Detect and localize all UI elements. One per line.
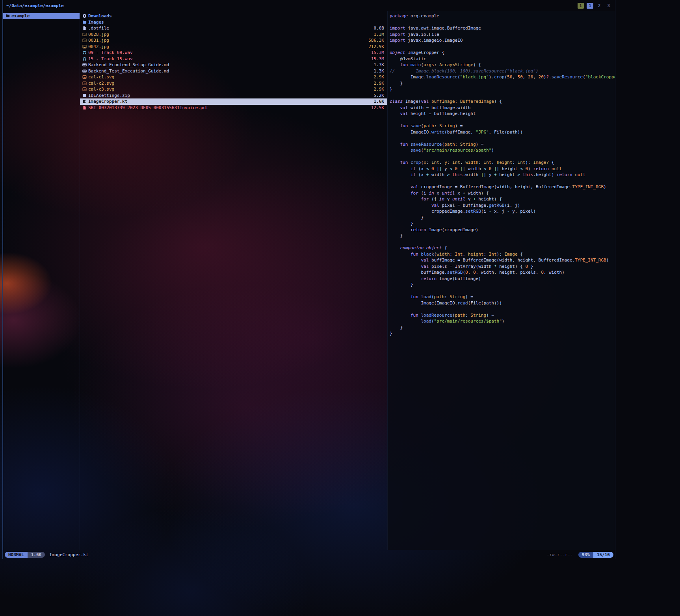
- file-row[interactable]: 0031.jpg586.3K: [80, 37, 387, 44]
- code-token: height: [468, 252, 484, 257]
- file-name: 09 - Track 09.wav: [88, 50, 371, 55]
- code-line: }: [390, 86, 615, 93]
- code-token: // Image.black(100, 100).saveResource("b…: [390, 69, 539, 74]
- file-row[interactable]: ImageCropper.kt1.6K: [80, 98, 387, 105]
- code-token: [408, 160, 411, 165]
- code-token: fun: [400, 123, 408, 128]
- tab-3[interactable]: 2: [596, 3, 603, 9]
- vector-icon: [82, 81, 88, 85]
- code-token: }: [390, 215, 424, 220]
- code-token: class: [390, 99, 403, 104]
- code-token: ,: [533, 74, 538, 80]
- code-token: [390, 276, 421, 281]
- code-token: [390, 166, 411, 171]
- file-row[interactable]: Images: [80, 19, 387, 26]
- code-token: y: [465, 197, 473, 202]
- file-row[interactable]: cal-c3.svg2.9K: [80, 86, 387, 93]
- file-row[interactable]: 0028.jpg1.3M: [80, 32, 387, 38]
- code-token: null: [552, 166, 562, 171]
- code-token: ||: [481, 172, 486, 177]
- code-token: [390, 184, 411, 189]
- code-token: <: [450, 166, 452, 171]
- code-token: main: [411, 62, 421, 67]
- code-token: Image(buffImage): [437, 276, 481, 281]
- code-token: }: [390, 87, 392, 92]
- file-row[interactable]: Backend_Frontend_Setup_Guide.md1.7K: [80, 62, 387, 68]
- file-row[interactable]: SBI_0032013739_2023_DE05_0003155631Invoi…: [80, 105, 387, 111]
- file-name: ImageCropper.kt: [88, 99, 374, 104]
- code-line: fun loadResource(path: String) =: [390, 312, 615, 319]
- code-token: [390, 294, 411, 299]
- code-line: fun main(args: Array<String>) {: [390, 62, 615, 68]
- code-token: }: [390, 331, 392, 336]
- code-token: :: [426, 160, 431, 165]
- code-token: "blackCropped.: [585, 74, 615, 80]
- audio-icon: [82, 57, 88, 61]
- code-token: :: [455, 142, 460, 147]
- code-token: :: [447, 160, 452, 165]
- code-token: Int: [455, 252, 463, 257]
- file-name: 0031.jpg: [88, 38, 368, 43]
- code-token: ):: [497, 252, 505, 257]
- code-token: ||: [494, 166, 499, 171]
- file-size: 1.3M: [374, 32, 385, 37]
- code-token: saveResource: [552, 74, 583, 80]
- code-token: return: [533, 166, 549, 171]
- file-row[interactable]: Backend_Test_Execution_Guide.md1.3K: [80, 68, 387, 74]
- code-line: val buffImage = BufferedImage(width, hei…: [390, 257, 615, 263]
- code-token: ||: [437, 166, 442, 171]
- code-line: Image(ImageIO.read(File(path))): [390, 300, 615, 306]
- code-token: ):: [526, 160, 533, 165]
- code-token: ,: [512, 74, 517, 80]
- scroll-percent-badge: 93%: [578, 552, 593, 558]
- tab-4[interactable]: 3: [605, 3, 612, 9]
- code-line: fun saveResource(path: String) =: [390, 141, 615, 148]
- code-token: [390, 197, 421, 202]
- tab-1[interactable]: 1: [578, 3, 584, 9]
- code-token: ): [502, 319, 505, 324]
- file-row[interactable]: 15 - Track 15.wav15.3M: [80, 56, 387, 62]
- file-row[interactable]: IDEAsettings.zip5.2K: [80, 93, 387, 99]
- file-name: .dotfile: [88, 26, 374, 31]
- tab-2[interactable]: 1: [587, 3, 593, 9]
- code-token: y: [444, 197, 452, 202]
- code-token: height: [499, 166, 520, 171]
- code-token: import: [390, 38, 405, 43]
- file-preview-pane[interactable]: package org.example import java.awt.imag…: [387, 11, 615, 550]
- parent-directory-pane[interactable]: example: [3, 11, 80, 550]
- code-token: [408, 142, 411, 147]
- code-token: save: [411, 148, 421, 153]
- code-line: [390, 288, 615, 294]
- code-token: Image(croppedImage): [426, 227, 478, 232]
- code-token: [429, 166, 431, 171]
- code-token: [390, 264, 421, 269]
- code-line: for (j in y until y + height) {: [390, 196, 615, 202]
- code-line: [390, 135, 615, 141]
- image-icon: [82, 38, 88, 43]
- code-token: .height): [533, 172, 557, 177]
- code-line: }: [390, 330, 615, 337]
- code-token: }: [528, 264, 533, 269]
- code-token: 20: [539, 74, 544, 80]
- code-token: ).: [489, 74, 494, 80]
- code-token: (i: [418, 191, 429, 196]
- file-row[interactable]: example: [3, 13, 80, 19]
- code-line: import java.io.File: [390, 32, 615, 38]
- current-directory-pane[interactable]: DownloadsImages.dotfile0.0B0028.jpg1.3M0…: [80, 11, 387, 550]
- file-row[interactable]: 09 - Track 09.wav15.3M: [80, 50, 387, 56]
- code-token: [520, 172, 523, 177]
- file-row[interactable]: 0042.jpg212.9K: [80, 44, 387, 50]
- file-row[interactable]: Downloads: [80, 13, 387, 19]
- file-row[interactable]: cal-c1.svg2.9K: [80, 74, 387, 80]
- file-size: 2.9K: [374, 81, 385, 86]
- file-row[interactable]: .dotfile0.0B: [80, 25, 387, 32]
- code-token: in: [439, 197, 444, 202]
- code-token: :: [455, 99, 460, 104]
- code-line: }: [390, 325, 615, 331]
- code-line: fun black(width: Int, height: Int): Imag…: [390, 251, 615, 258]
- file-row[interactable]: cal-c2.svg2.9K: [80, 80, 387, 87]
- code-token: [408, 62, 411, 67]
- code-token: [390, 142, 400, 147]
- code-token: ) =: [455, 123, 463, 128]
- code-token: getRGB: [489, 203, 505, 208]
